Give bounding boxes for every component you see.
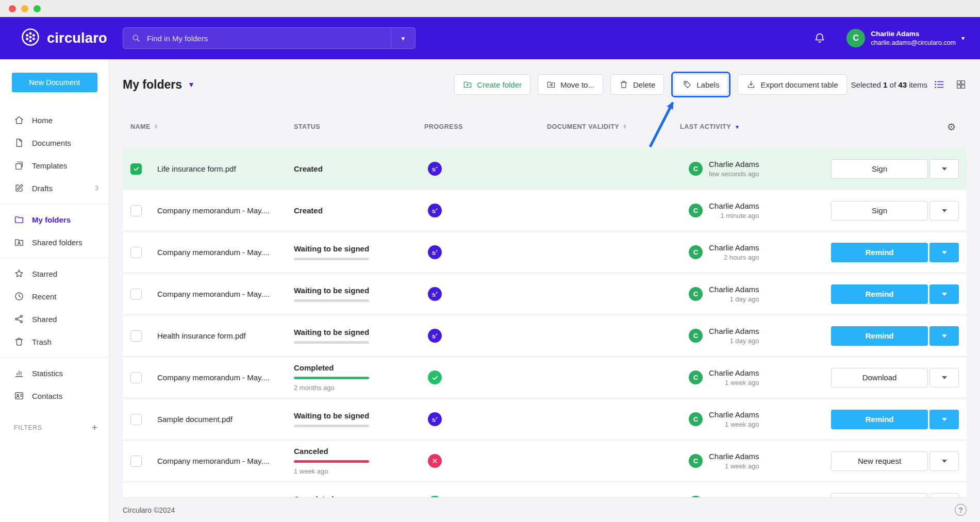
sort-desc-icon[interactable]: ▼	[735, 124, 740, 130]
zoom-window-button[interactable]	[34, 5, 41, 12]
document-name[interactable]: Company memorandum - May....	[157, 206, 294, 215]
table-row[interactable]: CompletedCCharlie Adams	[123, 483, 967, 497]
row-action-dropdown[interactable]	[929, 326, 959, 346]
add-filter-button[interactable]: +	[92, 423, 97, 432]
row-action-button[interactable]: Remind	[831, 284, 928, 304]
sidebar-item-statistics[interactable]: Statistics	[0, 362, 109, 384]
row-checkbox[interactable]	[130, 289, 142, 300]
progress-cross-icon[interactable]	[428, 454, 442, 468]
global-search[interactable]: ▾	[123, 27, 416, 49]
row-action-dropdown[interactable]	[929, 159, 959, 179]
sidebar-item-documents[interactable]: Documents	[0, 131, 109, 154]
sort-icon[interactable]: ▲▼	[154, 124, 158, 129]
table-row[interactable]: Company memorandum - May....CreatedCChar…	[123, 191, 967, 230]
progress-sign-icon[interactable]	[428, 412, 442, 426]
sidebar-item-trash[interactable]: Trash	[0, 330, 109, 353]
sidebar-item-templates[interactable]: Templates	[0, 154, 109, 177]
table-row[interactable]: Company memorandum - May....Canceled1 we…	[123, 441, 967, 481]
table-row[interactable]: Health insurance form.pdfWaiting to be s…	[123, 316, 967, 356]
grid-view-icon[interactable]	[955, 79, 967, 90]
close-window-button[interactable]	[9, 5, 16, 12]
row-action-dropdown[interactable]	[929, 493, 959, 498]
list-view-icon[interactable]	[934, 79, 945, 90]
search-scope-chevron-icon[interactable]: ▾	[391, 28, 415, 48]
sidebar-item-shared[interactable]: Shared	[0, 308, 109, 330]
header-right: C Charlie Adams charlie.adams@circularo.…	[813, 29, 965, 47]
progress-sign-icon[interactable]	[428, 204, 442, 217]
delete-button[interactable]: Delete	[610, 74, 664, 95]
column-header-status[interactable]: STATUS	[294, 123, 424, 130]
user-email: charlie.adams@circularo.com	[871, 39, 956, 47]
row-action-button[interactable]: Remind	[831, 243, 928, 262]
sidebar-item-shared-folders[interactable]: Shared folders	[0, 231, 109, 254]
row-checkbox[interactable]	[130, 247, 142, 258]
row-action-dropdown[interactable]	[929, 368, 959, 388]
sidebar-item-label: Trash	[32, 338, 52, 346]
table-row[interactable]: Sample document.pdfWaiting to be signedC…	[123, 399, 967, 439]
actor-name: Charlie Adams	[709, 368, 759, 378]
document-name[interactable]: Health insurance form.pdf	[157, 331, 294, 340]
column-header-name[interactable]: NAME▲▼	[130, 123, 294, 130]
row-action-button[interactable]: Remind	[831, 410, 928, 429]
row-action-dropdown[interactable]	[929, 243, 959, 262]
progress-sign-icon[interactable]	[428, 329, 442, 343]
search-input[interactable]	[147, 34, 391, 43]
column-header-validity[interactable]: DOCUMENT VALIDITY▲▼	[547, 123, 680, 130]
table-row[interactable]: Company memorandum - May....Waiting to b…	[123, 232, 967, 272]
table-row[interactable]: Company memorandum - May....Completed2 m…	[123, 358, 967, 397]
column-header-activity[interactable]: LAST ACTIVITY▼	[680, 123, 831, 130]
sort-icon[interactable]: ▲▼	[623, 124, 627, 129]
row-checkbox[interactable]	[130, 330, 142, 342]
sidebar-divider	[0, 204, 109, 204]
user-menu[interactable]: C Charlie Adams charlie.adams@circularo.…	[846, 29, 965, 47]
export-document-table-button[interactable]: Export document table	[738, 74, 846, 95]
row-checkbox[interactable]	[130, 163, 142, 175]
row-action-button[interactable]: Sign	[831, 159, 928, 179]
row-action-dropdown[interactable]	[929, 201, 959, 221]
table-row[interactable]: Company memorandum - May....Waiting to b…	[123, 274, 967, 314]
gear-icon[interactable]: ⚙	[947, 121, 956, 133]
row-checkbox[interactable]	[130, 372, 142, 383]
document-name[interactable]: Company memorandum - May....	[157, 248, 294, 257]
row-action-button[interactable]: Download	[831, 368, 928, 388]
row-checkbox[interactable]	[130, 456, 142, 467]
sidebar-item-drafts[interactable]: Drafts3	[0, 177, 109, 199]
user-avatar: C	[846, 29, 865, 47]
sidebar-item-home[interactable]: Home	[0, 109, 109, 131]
row-action-dropdown[interactable]	[929, 410, 959, 429]
brand-logo[interactable]: circularo	[21, 27, 107, 49]
row-action-button[interactable]	[831, 493, 928, 498]
notifications-bell-icon[interactable]	[813, 32, 826, 44]
progress-sign-icon[interactable]	[428, 162, 442, 176]
row-action-button[interactable]: Remind	[831, 326, 928, 346]
sidebar-item-starred[interactable]: Starred	[0, 262, 109, 285]
progress-sign-icon[interactable]	[428, 287, 442, 301]
page-title[interactable]: My folders ▼	[123, 78, 195, 92]
table-row[interactable]: Life insurance form.pdfCreatedCCharlie A…	[123, 149, 967, 189]
sidebar-item-recent[interactable]: Recent	[0, 285, 109, 308]
labels-button[interactable]: Labels	[674, 74, 728, 95]
progress-bar	[294, 258, 369, 260]
row-action-button[interactable]: New request	[831, 451, 928, 471]
status-text: Completed	[294, 363, 424, 372]
progress-sign-icon[interactable]	[428, 245, 442, 259]
move-to-button[interactable]: Move to...	[538, 74, 603, 95]
row-checkbox[interactable]	[130, 414, 142, 425]
document-name[interactable]: Sample document.pdf	[157, 415, 294, 424]
minimize-window-button[interactable]	[21, 5, 28, 12]
document-name[interactable]: Company memorandum - May....	[157, 373, 294, 382]
row-checkbox[interactable]	[130, 205, 142, 216]
document-name[interactable]: Company memorandum - May....	[157, 290, 294, 298]
row-action-dropdown[interactable]	[929, 451, 959, 471]
new-document-button[interactable]: New Document	[12, 73, 97, 92]
column-header-progress[interactable]: PROGRESS	[424, 123, 547, 130]
sidebar-item-my-folders[interactable]: My folders	[0, 208, 109, 231]
help-button[interactable]: ?	[955, 504, 967, 516]
row-action-dropdown[interactable]	[929, 284, 959, 304]
document-name[interactable]: Life insurance form.pdf	[157, 164, 294, 173]
progress-check-icon[interactable]	[428, 371, 442, 384]
row-action-button[interactable]: Sign	[831, 201, 928, 221]
sidebar-item-contacts[interactable]: Contacts	[0, 384, 109, 407]
document-name[interactable]: Company memorandum - May....	[157, 457, 294, 465]
create-folder-button[interactable]: Create folder	[454, 74, 530, 95]
